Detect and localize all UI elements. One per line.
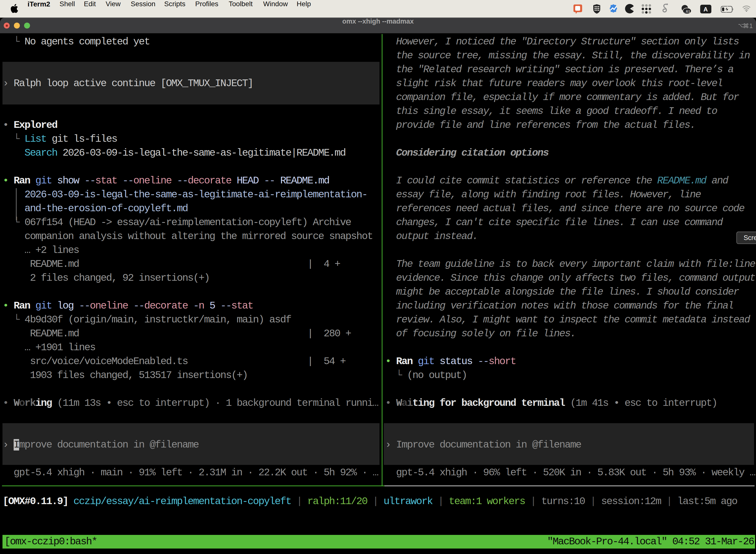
svg-text:..61: ..61 bbox=[684, 9, 690, 13]
svg-text:A: A bbox=[703, 6, 708, 13]
